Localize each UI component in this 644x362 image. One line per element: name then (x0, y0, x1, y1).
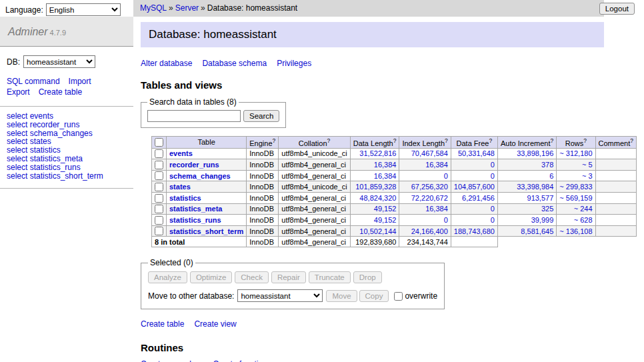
row-checkbox[interactable] (155, 149, 163, 158)
row-checkbox[interactable] (155, 216, 163, 225)
table-name-link[interactable]: schema_changes (169, 172, 231, 180)
create-link[interactable]: Create view (194, 319, 236, 329)
row-checkbox[interactable] (155, 194, 163, 203)
index-length-link[interactable]: 16,384 (402, 205, 447, 213)
breadcrumb-link-mysql[interactable]: MySQL (140, 3, 167, 13)
data-length-link[interactable]: 31,522,816 (353, 149, 397, 157)
sidebar-table-select-link[interactable]: select statistics_meta (7, 155, 127, 163)
database-action-link[interactable]: Alter database (141, 59, 192, 68)
data-free-link[interactable]: 50,331,648 (454, 149, 495, 157)
index-length-link[interactable]: 0 (402, 172, 447, 180)
bulk-action-button[interactable]: Optimize (190, 271, 232, 283)
index-length-link[interactable]: 0 (402, 216, 447, 224)
copy-button[interactable]: Copy (359, 290, 389, 302)
data-free-link[interactable]: 0 (454, 161, 495, 169)
rows-count-link[interactable]: ~ 136,108 (559, 227, 592, 235)
index-length-link[interactable]: 24,166,400 (402, 227, 447, 235)
table-name-link[interactable]: statistics (169, 194, 201, 202)
row-checkbox[interactable] (155, 227, 163, 235)
search-input[interactable] (147, 110, 241, 122)
data-length-link[interactable]: 48,824,320 (353, 194, 397, 202)
table-name-link[interactable]: statistics_short_term (169, 227, 243, 235)
bulk-action-button[interactable]: Check (235, 271, 269, 283)
rows-count-link[interactable]: ~ 5 (559, 161, 592, 169)
data-length-link[interactable]: 49,152 (353, 205, 397, 213)
bulk-action-button[interactable]: Analyze (148, 271, 187, 283)
index-length-link[interactable]: 16,384 (402, 161, 447, 169)
table-name-link[interactable]: recorder_runs (169, 161, 219, 169)
rows-count-link[interactable]: ~ 299,833 (559, 183, 592, 191)
search-button[interactable]: Search (243, 110, 279, 122)
bulk-action-button[interactable]: Drop (353, 271, 382, 283)
auto-increment-link[interactable]: 6 (501, 172, 553, 180)
data-free-link[interactable]: 0 (454, 205, 495, 213)
total-collation: utf8mb4_general_ci (279, 237, 350, 247)
doc-link[interactable]: ? (583, 137, 587, 144)
database-action-link[interactable]: Privileges (277, 59, 311, 68)
language-select[interactable]: English (46, 3, 121, 16)
table-name-link[interactable]: events (169, 149, 193, 157)
data-free-link[interactable]: 188,743,680 (454, 227, 495, 235)
sidebar-table-select-link[interactable]: select recorder_runs (7, 121, 127, 129)
data-free-link[interactable]: 0 (454, 216, 495, 224)
rows-count-link[interactable]: ~ 3 (559, 172, 592, 180)
breadcrumb-link-server[interactable]: Server (175, 3, 199, 13)
auto-increment-link[interactable]: 913,577 (501, 194, 553, 202)
select-all-checkbox[interactable] (155, 138, 163, 147)
database-action-link[interactable]: Database schema (202, 59, 267, 68)
data-free-link[interactable]: 0 (454, 172, 495, 180)
table-name-link[interactable]: states (169, 183, 191, 191)
doc-link[interactable]: ? (273, 137, 276, 144)
doc-link[interactable]: ? (630, 137, 633, 144)
data-length-link[interactable]: 10,502,144 (353, 227, 397, 235)
data-length-link[interactable]: 101,859,328 (353, 183, 397, 191)
doc-link[interactable]: ? (551, 137, 554, 144)
rows-count-link[interactable]: ~ 628 (559, 216, 592, 224)
index-length-link[interactable]: 72,220,672 (402, 194, 447, 202)
sidebar-menu-link[interactable]: Create table (39, 87, 82, 97)
sidebar-menu-link[interactable]: Export (7, 87, 30, 97)
sidebar-menu-link[interactable]: Import (69, 77, 91, 86)
app-name[interactable]: Adminer (8, 26, 48, 37)
data-free-link[interactable]: 104,857,600 (454, 183, 495, 191)
routine-link[interactable]: Create function (213, 359, 267, 362)
auto-increment-link[interactable]: 8,581,645 (501, 227, 553, 235)
data-length-link[interactable]: 16,384 (353, 172, 397, 180)
index-length-link[interactable]: 70,467,584 (402, 149, 447, 157)
auto-increment-link[interactable]: 33,898,196 (501, 149, 553, 157)
table-name-link[interactable]: statistics_runs (169, 216, 221, 224)
row-checkbox[interactable] (155, 205, 163, 213)
doc-link[interactable]: ? (445, 137, 448, 144)
rows-count-link[interactable]: ~ 312,180 (559, 149, 592, 157)
table-name-link[interactable]: statistics_meta (169, 205, 223, 213)
move-db-select[interactable]: homeassistant (237, 289, 323, 302)
index-length-link[interactable]: 67,256,320 (402, 183, 447, 191)
overwrite-checkbox[interactable] (394, 292, 403, 301)
sidebar-menu-link[interactable]: SQL command (7, 77, 60, 86)
bulk-action-button[interactable]: Repair (271, 271, 306, 283)
auto-increment-link[interactable]: 33,398,984 (501, 183, 553, 191)
bulk-action-button[interactable]: Truncate (309, 271, 351, 283)
doc-link[interactable]: ? (489, 137, 492, 144)
sidebar-table-select-link[interactable]: select statistics_runs (7, 163, 127, 172)
db-select[interactable]: homeassistant (23, 55, 95, 68)
row-checkbox[interactable] (155, 183, 163, 191)
logout-button[interactable]: Logout (599, 3, 635, 15)
sidebar-table-select-link[interactable]: select events (7, 112, 127, 121)
auto-increment-link[interactable]: 378 (501, 161, 553, 169)
row-checkbox[interactable] (155, 161, 163, 169)
row-checkbox[interactable] (155, 171, 163, 180)
sidebar-table-select-link[interactable]: select statistics_short_term (7, 172, 127, 181)
rows-count-link[interactable]: ~ 569,159 (559, 194, 592, 202)
move-button[interactable]: Move (326, 290, 357, 302)
routine-link[interactable]: Create procedure (141, 359, 203, 362)
data-length-link[interactable]: 49,152 (353, 216, 397, 224)
doc-link[interactable]: ? (327, 137, 331, 144)
create-link[interactable]: Create table (141, 319, 184, 329)
rows-count-link[interactable]: ~ 244 (559, 205, 592, 213)
data-length-link[interactable]: 16,384 (353, 161, 397, 169)
data-free-link[interactable]: 6,291,456 (454, 194, 495, 202)
auto-increment-link[interactable]: 39,999 (501, 216, 553, 224)
doc-link[interactable]: ? (393, 137, 397, 144)
auto-increment-link[interactable]: 325 (501, 205, 553, 213)
